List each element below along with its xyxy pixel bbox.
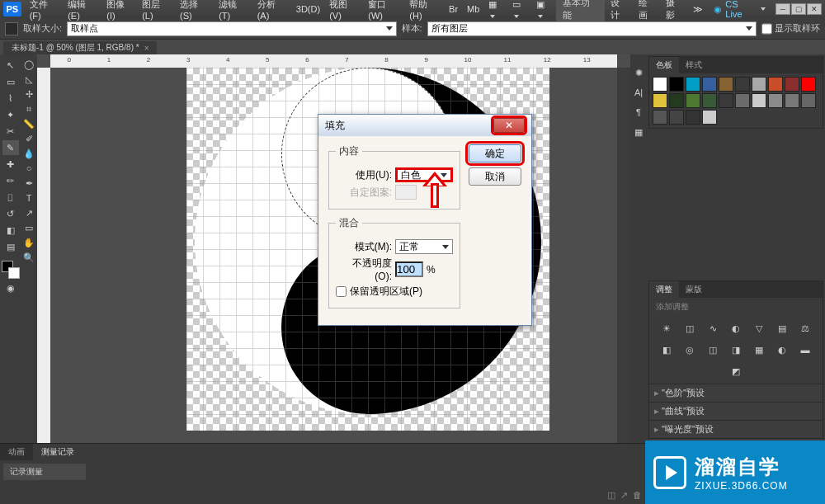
preset-exposure[interactable]: "曝光度"预设 bbox=[649, 420, 823, 438]
swatch[interactable] bbox=[669, 93, 684, 108]
menu-view[interactable]: 视图(V) bbox=[325, 0, 363, 21]
preserve-checkbox[interactable] bbox=[336, 286, 346, 297]
menu-analysis[interactable]: 分析(A) bbox=[253, 0, 291, 21]
mask-tab[interactable]: 蒙版 bbox=[679, 281, 709, 298]
move-tool[interactable]: ↖ bbox=[2, 58, 19, 73]
dodge-tool[interactable]: ○ bbox=[22, 162, 35, 175]
menu-layer[interactable]: 图层(L) bbox=[138, 0, 175, 21]
vibrance-icon[interactable]: ▽ bbox=[751, 321, 767, 336]
gradient-map-icon[interactable]: ▬ bbox=[797, 342, 813, 357]
pen-tool[interactable]: ✒ bbox=[22, 177, 35, 190]
swatches-tab[interactable]: 色板 bbox=[649, 57, 679, 73]
type-tool[interactable]: T bbox=[22, 191, 35, 205]
menu-edit[interactable]: 编辑(E) bbox=[64, 0, 101, 21]
bridge-icon[interactable]: Br bbox=[445, 4, 462, 14]
workspace-design[interactable]: 设计 bbox=[606, 0, 632, 21]
styles-tab[interactable]: 样式 bbox=[679, 57, 709, 73]
measure-tab[interactable]: 测量记录 bbox=[33, 444, 82, 460]
eyedropper-icon[interactable] bbox=[5, 22, 18, 35]
preset-levels[interactable]: "色阶"预设 bbox=[649, 384, 823, 402]
heal-tool[interactable]: ✚ bbox=[2, 157, 19, 172]
char-panel-icon[interactable]: A| bbox=[632, 86, 645, 99]
swatch[interactable] bbox=[702, 110, 717, 125]
quick-select-tool[interactable]: ✢ bbox=[22, 87, 35, 101]
history-item[interactable]: 记录测量 bbox=[3, 464, 86, 480]
dialog-titlebar[interactable]: 填充 ✕ bbox=[318, 115, 531, 136]
bw-icon[interactable]: ◧ bbox=[658, 342, 675, 357]
threshold-icon[interactable]: ◐ bbox=[774, 342, 790, 357]
hist-export-icon[interactable]: ↗ bbox=[620, 490, 628, 501]
swatch[interactable] bbox=[653, 77, 667, 92]
swatch[interactable] bbox=[785, 77, 799, 92]
swatch[interactable] bbox=[686, 110, 700, 125]
cancel-button[interactable]: 取消 bbox=[469, 167, 521, 186]
preset-curves[interactable]: "曲线"预设 bbox=[649, 402, 823, 420]
hue-icon[interactable]: ▤ bbox=[774, 321, 790, 336]
color-swatch[interactable] bbox=[2, 261, 20, 279]
menu-help[interactable]: 帮助(H) bbox=[405, 0, 444, 21]
menu-file[interactable]: 文件(F) bbox=[26, 0, 64, 21]
quickmask-tool[interactable]: ◉ bbox=[2, 280, 19, 295]
photo-filter-icon[interactable]: ◎ bbox=[681, 342, 698, 357]
hand-tool[interactable]: ✋ bbox=[22, 236, 35, 249]
swatch[interactable] bbox=[752, 93, 766, 108]
viewzoom-icon[interactable]: ▭ bbox=[508, 0, 531, 20]
close-icon[interactable]: ✕ bbox=[807, 3, 822, 15]
show-ring-checkbox[interactable] bbox=[761, 22, 772, 35]
poster-icon[interactable]: ▦ bbox=[751, 342, 767, 357]
bg-color[interactable] bbox=[8, 267, 20, 279]
swatch[interactable] bbox=[801, 77, 816, 92]
viewgrid-icon[interactable]: ▦ bbox=[484, 0, 507, 20]
hist-chart-icon[interactable]: ◫ bbox=[607, 490, 615, 501]
opacity-input[interactable] bbox=[395, 261, 423, 277]
exposure-icon[interactable]: ◐ bbox=[728, 321, 744, 336]
balance-icon[interactable]: ⚖ bbox=[797, 321, 813, 336]
swatch[interactable] bbox=[719, 77, 733, 92]
poly-tool[interactable]: ◺ bbox=[22, 73, 35, 86]
ok-button[interactable]: 确定 bbox=[469, 144, 521, 163]
brightness-icon[interactable]: ☀ bbox=[658, 321, 675, 336]
swatch[interactable] bbox=[801, 93, 816, 108]
lasso-tool[interactable]: ⌇ bbox=[2, 91, 19, 106]
close-tab-icon[interactable]: × bbox=[144, 44, 149, 53]
history-brush-tool[interactable]: ↺ bbox=[2, 206, 19, 221]
eyedropper-tool[interactable]: ✎ bbox=[2, 140, 19, 155]
menu-3d[interactable]: 3D(D) bbox=[292, 4, 324, 14]
workspace-photo[interactable]: 摄影 bbox=[662, 0, 687, 21]
nav-panel-icon[interactable]: ▦ bbox=[632, 125, 645, 139]
brush-tool[interactable]: ✏ bbox=[2, 173, 19, 188]
swatch[interactable] bbox=[735, 93, 750, 108]
workspace-basic[interactable]: 基本功能 bbox=[556, 0, 605, 23]
mode-select[interactable]: 正常 bbox=[395, 239, 453, 254]
swatch[interactable] bbox=[686, 77, 700, 92]
swatch[interactable] bbox=[669, 110, 684, 125]
mixer-icon[interactable]: ◫ bbox=[705, 342, 721, 357]
marquee-tool[interactable]: ▭ bbox=[2, 74, 19, 89]
swatch[interactable] bbox=[669, 77, 684, 92]
swatch[interactable] bbox=[785, 93, 799, 108]
gradient-tool[interactable]: ▤ bbox=[2, 239, 19, 254]
marquee2-tool[interactable]: ◯ bbox=[22, 58, 35, 71]
crop-tool[interactable]: ✂ bbox=[2, 124, 19, 139]
zoom-tool[interactable]: 🔍 bbox=[22, 251, 35, 264]
workspace-more[interactable]: ≫ bbox=[689, 4, 707, 15]
swatch[interactable] bbox=[702, 77, 717, 92]
swatch[interactable] bbox=[653, 110, 667, 125]
levels-icon[interactable]: ◫ bbox=[681, 321, 698, 336]
eraser-tool[interactable]: ◧ bbox=[2, 223, 19, 238]
slice-tool[interactable]: ⌗ bbox=[22, 102, 35, 115]
anim-tab[interactable]: 动画 bbox=[0, 444, 33, 460]
swatch[interactable] bbox=[735, 77, 750, 92]
swatch[interactable] bbox=[702, 93, 717, 108]
workspace-paint[interactable]: 绘画 bbox=[634, 0, 660, 21]
invert-icon[interactable]: ◨ bbox=[728, 342, 744, 357]
swatch[interactable] bbox=[768, 77, 783, 92]
selective-icon[interactable]: ◩ bbox=[728, 364, 744, 379]
sample-select[interactable]: 所有图层 bbox=[427, 21, 757, 36]
adjust-tab[interactable]: 调整 bbox=[649, 281, 679, 298]
menu-filter[interactable]: 滤镜(T) bbox=[214, 0, 252, 21]
swatch[interactable] bbox=[686, 93, 700, 108]
shape-tool[interactable]: ▭ bbox=[22, 221, 35, 234]
swatch[interactable] bbox=[719, 93, 733, 108]
curves-icon[interactable]: ∿ bbox=[705, 321, 721, 336]
